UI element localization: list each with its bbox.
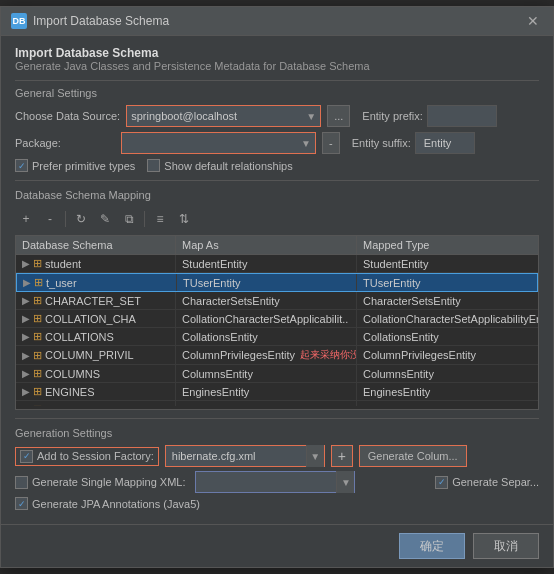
generate-jpa-item[interactable]: ✓ Generate JPA Annotations (Java5) <box>15 497 200 510</box>
hibernate-value: hibernate.cfg.xml <box>166 450 306 462</box>
entity-prefix-input[interactable] <box>427 105 497 127</box>
prefer-primitive-item[interactable]: ✓ Prefer primitive types <box>15 159 135 172</box>
db-icon-3: ⊞ <box>33 312 42 325</box>
align-btn[interactable]: ≡ <box>149 209 171 229</box>
expand-icon-0: ▶ <box>22 258 30 269</box>
show-default-checkbox[interactable]: ✓ <box>147 159 160 172</box>
general-settings-label: General Settings <box>15 87 539 99</box>
gen-row-3: ✓ Generate JPA Annotations (Java5) <box>15 497 539 510</box>
section-header: Import Database Schema Generate Java Cla… <box>15 46 539 72</box>
td-mappedtype-5: ColumnPrivilegesEntity <box>357 346 538 364</box>
add-session-item[interactable]: ✓ Add to Session Factory: <box>15 447 159 466</box>
package-label: Package: <box>15 137 115 149</box>
expand-icon-7: ▶ <box>22 386 30 397</box>
datasource-combo[interactable]: springboot@localhost ▼ <box>126 105 321 127</box>
generate-single-checkbox[interactable]: ✓ <box>15 476 28 489</box>
datasource-label: Choose Data Source: <box>15 110 120 122</box>
header-title: Import Database Schema <box>15 46 539 60</box>
td-mappedtype-7: EnginesEntity <box>357 383 538 400</box>
hibernate-arrow: ▼ <box>306 445 324 467</box>
refresh-btn[interactable]: ↻ <box>70 209 92 229</box>
db-schema-section: Database Schema Mapping + - ↻ ✎ ⧉ ≡ ⇅ Da… <box>15 189 539 410</box>
sort-btn[interactable]: ⇅ <box>173 209 195 229</box>
import-dialog: DB Import Database Schema ✕ Import Datab… <box>0 6 554 568</box>
td-schema-8: ▶ ⊞ EVENTS <box>16 401 176 406</box>
td-schema-0: ▶ ⊞ student <box>16 255 176 272</box>
entity-prefix-label: Entity prefix: <box>362 110 423 122</box>
col-mappedtype: Mapped Type <box>357 236 538 254</box>
table-row[interactable]: ▶ ⊞ COLUMN_PRIVIL ColumnPrivilegesEntity… <box>16 346 538 365</box>
db-toolbar: + - ↻ ✎ ⧉ ≡ ⇅ <box>15 207 539 231</box>
title-bar: DB Import Database Schema ✕ <box>1 7 553 36</box>
table-body: ▶ ⊞ student StudentEntity StudentEntity … <box>16 255 538 406</box>
td-schema-4: ▶ ⊞ COLLATIONS <box>16 328 176 345</box>
add-session-checkbox[interactable]: ✓ <box>20 450 33 463</box>
expand-icon-5: ▶ <box>22 350 30 361</box>
package-arrow: ▼ <box>301 138 311 149</box>
dialog-title: Import Database Schema <box>33 14 169 28</box>
generate-jpa-checkbox[interactable]: ✓ <box>15 497 28 510</box>
entity-suffix-input[interactable] <box>415 132 475 154</box>
header-subtitle: Generate Java Classes and Persistence Me… <box>15 60 539 72</box>
td-mapas-6: ColumnsEntity <box>176 365 357 382</box>
generate-columns-btn[interactable]: Generate Colum... <box>359 445 467 467</box>
show-default-item[interactable]: ✓ Show default relationships <box>147 159 292 172</box>
hibernate-combo[interactable]: hibernate.cfg.xml ▼ <box>165 445 325 467</box>
td-schema-1: ▶ ⊞ t_user <box>17 274 177 291</box>
datasource-row: Choose Data Source: springboot@localhost… <box>15 105 539 127</box>
td-mapas-2: CharacterSetsEntity <box>176 292 357 309</box>
table-row[interactable]: ▶ ⊞ COLLATION_CHA CollationCharacterSetA… <box>16 310 538 328</box>
expand-icon-8: ▶ <box>22 404 30 406</box>
dialog-footer: 确定 取消 <box>1 524 553 567</box>
toolbar-sep-1 <box>65 211 66 227</box>
copy-btn[interactable]: ⧉ <box>118 209 140 229</box>
table-row[interactable]: ▶ ⊞ COLLATIONS CollationsEntity Collatio… <box>16 328 538 346</box>
td-mapas-5: ColumnPrivilegesEntity 起来采纳你没有选的 <box>176 346 357 364</box>
td-mappedtype-0: StudentEntity <box>357 255 538 272</box>
generate-sep-item[interactable]: ✓ Generate Separ... <box>435 476 539 489</box>
generate-single-item[interactable]: ✓ Generate Single Mapping XML: <box>15 476 185 489</box>
close-button[interactable]: ✕ <box>523 13 543 29</box>
confirm-btn[interactable]: 确定 <box>399 533 465 559</box>
datasource-arrow: ▼ <box>306 111 316 122</box>
gen-single-combo[interactable]: ▼ <box>195 471 355 493</box>
table-row[interactable]: ▶ ⊞ t_user TUserEntity TUserEntity <box>16 273 538 292</box>
td-mappedtype-1: TUserEntity <box>357 274 537 291</box>
td-mapas-8: EventsEntity <box>176 401 357 406</box>
dialog-body: Import Database Schema Generate Java Cla… <box>1 36 553 524</box>
db-icon-1: ⊞ <box>34 276 43 289</box>
table-row[interactable]: ▶ ⊞ COLUMNS ColumnsEntity ColumnsEntity <box>16 365 538 383</box>
td-mapas-7: EnginesEntity <box>176 383 357 400</box>
td-mappedtype-8: EventsEntity <box>357 401 538 406</box>
cancel-btn[interactable]: 取消 <box>473 533 539 559</box>
toolbar-sep-2 <box>144 211 145 227</box>
gen-settings-label: Generation Settings <box>15 427 539 439</box>
table-row[interactable]: ▶ ⊞ CHARACTER_SET CharacterSetsEntity Ch… <box>16 292 538 310</box>
db-icon-5: ⊞ <box>33 349 42 362</box>
prefer-primitive-checkbox[interactable]: ✓ <box>15 159 28 172</box>
add-schema-btn[interactable]: + <box>15 209 37 229</box>
remove-schema-btn[interactable]: - <box>39 209 61 229</box>
prefer-primitive-label: Prefer primitive types <box>32 160 135 172</box>
table-row[interactable]: ▶ ⊞ student StudentEntity StudentEntity <box>16 255 538 273</box>
package-minus-btn[interactable]: - <box>322 132 340 154</box>
expand-icon-1: ▶ <box>23 277 31 288</box>
gen-single-arrow: ▼ <box>336 471 354 493</box>
expand-icon-6: ▶ <box>22 368 30 379</box>
table-row[interactable]: ▶ ⊞ ENGINES EnginesEntity EnginesEntity <box>16 383 538 401</box>
db-icon-8: ⊞ <box>33 403 42 406</box>
expand-icon-3: ▶ <box>22 313 30 324</box>
td-schema-6: ▶ ⊞ COLUMNS <box>16 365 176 382</box>
package-combo[interactable]: ▼ <box>121 132 316 154</box>
table-row[interactable]: ▶ ⊞ EVENTS EventsEntity EventsEntity <box>16 401 538 406</box>
title-left: DB Import Database Schema <box>11 13 169 29</box>
expand-icon-2: ▶ <box>22 295 30 306</box>
db-icon-6: ⊞ <box>33 367 42 380</box>
datasource-ellipsis-btn[interactable]: ... <box>327 105 350 127</box>
edit-btn[interactable]: ✎ <box>94 209 116 229</box>
generate-sep-checkbox[interactable]: ✓ <box>435 476 448 489</box>
add-hibernate-btn[interactable]: + <box>331 445 353 467</box>
show-default-label: Show default relationships <box>164 160 292 172</box>
db-icon-0: ⊞ <box>33 257 42 270</box>
td-schema-3: ▶ ⊞ COLLATION_CHA <box>16 310 176 327</box>
